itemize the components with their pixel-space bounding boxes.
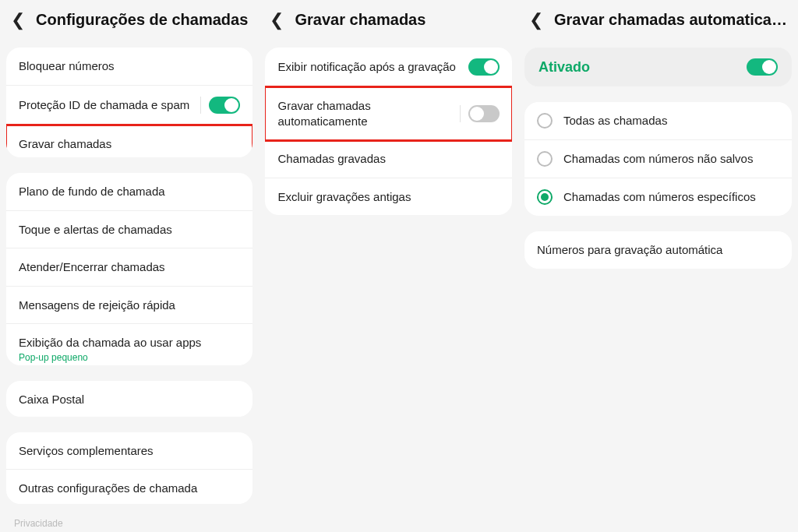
row-record-calls[interactable]: Gravar chamadas	[6, 125, 252, 158]
row-call-background[interactable]: Plano de fundo de chamada	[6, 173, 252, 211]
label: Excluir gravações antigas	[277, 189, 411, 205]
radio-icon	[537, 113, 553, 129]
label: Chamadas com números não salvos	[563, 151, 753, 167]
label: Outras configurações de chamada	[19, 481, 197, 496]
row-quick-decline[interactable]: Mensagens de rejeição rápida	[6, 287, 252, 325]
toggle-activated[interactable]	[747, 58, 778, 76]
toggle-wrap	[200, 97, 240, 114]
page-title: Configurações de chamadas	[36, 11, 248, 29]
label: Mensagens de rejeição rápida	[19, 298, 175, 313]
label: Caixa Postal	[19, 392, 84, 407]
row-delete-old[interactable]: Excluir gravações antigas	[265, 178, 511, 216]
label: Números para gravação automática	[537, 242, 722, 258]
sublabel: Pop-up pequeno	[19, 352, 201, 363]
header: ❮ Configurações de chamadas	[0, 0, 259, 43]
radio-icon	[537, 189, 553, 205]
radio-icon	[537, 151, 553, 167]
row-other-settings[interactable]: Outras configurações de chamada	[6, 470, 252, 504]
row-voicemail[interactable]: Caixa Postal	[6, 381, 252, 417]
row-show-notification[interactable]: Exibir notificação após a gravação	[265, 48, 511, 87]
toggle-show-notification[interactable]	[468, 58, 500, 76]
page-title: Gravar chamadas automatica…	[554, 11, 787, 29]
label: Chamadas com números específicos	[563, 189, 756, 205]
radio-specific[interactable]: Chamadas com números específicos	[524, 178, 792, 216]
panel-record-calls: ❮ Gravar chamadas Exibir notificação apó…	[259, 0, 517, 532]
divider	[460, 105, 461, 122]
label: Chamadas gravadas	[277, 151, 385, 167]
label: Gravar chamadas automaticamente	[277, 98, 459, 129]
radio-unsaved[interactable]: Chamadas com números não salvos	[524, 140, 792, 178]
label: Ativado	[538, 59, 590, 76]
radio-all-calls[interactable]: Todas as chamadas	[524, 102, 792, 140]
label: Gravar chamadas	[19, 136, 111, 152]
toggle-wrap	[460, 105, 500, 122]
back-icon[interactable]: ❮	[529, 12, 543, 29]
row-supplementary[interactable]: Serviços complementares	[6, 432, 252, 470]
label: Bloquear números	[19, 58, 115, 74]
group-numbers: Números para gravação automática	[524, 231, 792, 269]
row-ringtone-alerts[interactable]: Toque e alertas de chamadas	[6, 211, 252, 249]
label: Plano de fundo de chamada	[19, 184, 165, 199]
row-numbers-for-auto[interactable]: Números para gravação automática	[524, 231, 792, 269]
row-block-numbers[interactable]: Bloquear números	[6, 48, 252, 86]
row-auto-record[interactable]: Gravar chamadas automaticamente	[265, 87, 511, 140]
row-activated[interactable]: Ativado	[524, 48, 792, 86]
group-1: Exibir notificação após a gravação Grava…	[265, 48, 511, 215]
panel-auto-record: ❮ Gravar chamadas automatica… Ativado To…	[518, 0, 798, 532]
footer-privacy: Privacidade	[0, 515, 259, 532]
group-3: Caixa Postal	[6, 381, 252, 417]
back-icon[interactable]: ❮	[270, 12, 284, 29]
row-answer-end[interactable]: Atender/Encerrar chamadas	[6, 248, 252, 287]
header: ❮ Gravar chamadas	[259, 0, 517, 43]
toggle-caller-id-spam[interactable]	[209, 97, 240, 114]
panel-call-settings: ❮ Configurações de chamadas Bloquear núm…	[0, 0, 259, 532]
label: Exibir notificação após a gravação	[277, 59, 455, 75]
group-2: Plano de fundo de chamada Toque e alerta…	[6, 173, 252, 365]
label: Todas as chamadas	[563, 113, 667, 129]
toggle-auto-record[interactable]	[468, 105, 500, 122]
group-1: Bloquear números Proteção ID de chamada …	[6, 48, 252, 157]
header: ❮ Gravar chamadas automatica…	[518, 0, 798, 43]
label: Serviços complementares	[19, 443, 154, 459]
group-options: Todas as chamadas Chamadas com números n…	[524, 102, 792, 216]
group-4: Serviços complementares Outras configura…	[6, 432, 252, 504]
label: Proteção ID de chamada e spam	[19, 97, 189, 113]
row-caller-id-spam[interactable]: Proteção ID de chamada e spam	[6, 86, 252, 125]
label: Exibição da chamada ao usar apps	[19, 335, 201, 351]
back-icon[interactable]: ❮	[11, 12, 25, 29]
row-call-display[interactable]: Exibição da chamada ao usar apps Pop-up …	[6, 324, 252, 365]
label: Atender/Encerrar chamadas	[19, 259, 165, 275]
page-title: Gravar chamadas	[295, 11, 425, 29]
label: Toque e alertas de chamadas	[19, 222, 172, 238]
divider	[200, 97, 201, 114]
row-recorded-calls[interactable]: Chamadas gravadas	[265, 140, 511, 178]
